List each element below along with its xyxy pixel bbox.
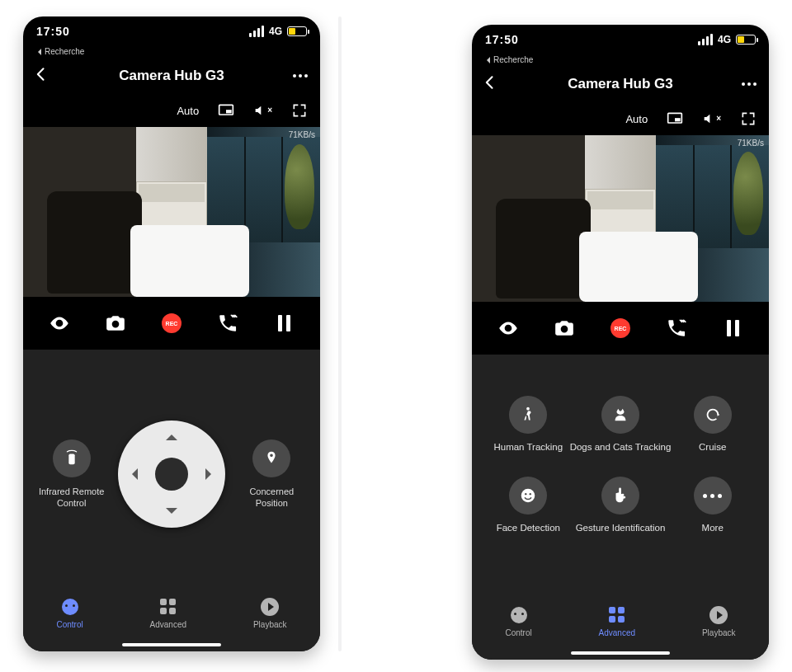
pause-button[interactable] — [717, 313, 748, 344]
rec-badge: REC — [162, 313, 182, 333]
video-quality-selector[interactable]: Auto — [177, 105, 199, 117]
phone-icon — [217, 313, 238, 334]
bottom-tab-bar: Control Advanced Playback — [23, 589, 320, 651]
snapshot-button[interactable] — [549, 313, 580, 344]
phone-screenshot-advanced: 17:50 4G Recherche Camera Hub G3 Auto — [472, 25, 769, 660]
video-toolbar: Auto × — [23, 94, 320, 127]
svg-rect-3 — [68, 453, 74, 464]
eye-icon — [49, 313, 70, 334]
gesture-identification-button[interactable]: Gesture Identification — [570, 477, 672, 533]
svg-point-6 — [507, 327, 510, 330]
bitrate-label: 71KB/s — [738, 139, 764, 148]
more-features-button[interactable]: More — [671, 477, 754, 533]
talk-button[interactable] — [212, 308, 243, 339]
page-title: Camera Hub G3 — [502, 76, 739, 92]
tab-control[interactable]: Control — [505, 605, 531, 637]
face-detection-button[interactable]: Face Detection — [487, 477, 570, 533]
concerned-position-button[interactable]: Concerned Position — [234, 439, 309, 510]
pause-button[interactable] — [268, 308, 299, 339]
bottom-tab-bar: Control Advanced Playback — [472, 597, 769, 660]
rec-badge: REC — [610, 318, 630, 338]
talk-button[interactable] — [661, 313, 692, 344]
tab-control-label: Control — [56, 620, 82, 629]
status-bar: 17:50 4G — [23, 16, 320, 46]
advanced-panel: Human Tracking Dogs and Cats Tracking Cr… — [472, 355, 769, 597]
mute-x-icon: × — [267, 106, 272, 115]
more-options-button[interactable] — [739, 82, 759, 86]
svg-point-9 — [525, 493, 526, 495]
cruise-button[interactable]: Cruise — [671, 396, 754, 452]
fullscreen-button[interactable] — [290, 102, 309, 119]
video-quality-selector[interactable]: Auto — [625, 113, 648, 125]
pip-icon — [217, 102, 235, 119]
record-button[interactable]: REC — [156, 308, 187, 339]
tab-advanced[interactable]: Advanced — [599, 605, 635, 637]
nav-bar: Camera Hub G3 — [472, 66, 769, 102]
remote-icon — [63, 449, 81, 468]
chevron-left-icon — [482, 74, 498, 91]
svg-point-2 — [58, 322, 61, 325]
live-video-view[interactable]: 71KB/s — [472, 135, 769, 302]
eye-icon — [497, 317, 519, 339]
fullscreen-button[interactable] — [739, 110, 757, 127]
dpad-up[interactable] — [166, 429, 177, 440]
home-indicator[interactable] — [122, 643, 221, 646]
live-video-view[interactable]: 71KB/s — [23, 127, 320, 297]
fullscreen-icon — [739, 110, 757, 127]
tab-advanced-label: Advanced — [150, 620, 186, 629]
pets-tracking-button[interactable]: Dogs and Cats Tracking — [570, 396, 672, 452]
snapshot-button[interactable] — [100, 308, 131, 339]
record-button[interactable]: REC — [605, 313, 636, 344]
control-tab-icon — [511, 607, 527, 623]
battery-icon — [287, 26, 307, 36]
status-sub-label: Recherche — [472, 54, 769, 66]
advanced-tab-icon — [609, 607, 625, 623]
tab-playback-label: Playback — [702, 628, 736, 637]
mute-button[interactable]: × — [702, 112, 721, 125]
phone-screenshot-control: 17:50 4G Recherche Camera Hub G3 Auto — [23, 16, 320, 651]
tab-playback[interactable]: Playback — [253, 597, 287, 629]
signal-icon — [698, 34, 713, 45]
pip-button[interactable] — [666, 110, 684, 127]
page-title: Camera Hub G3 — [53, 68, 290, 84]
smiley-face-icon — [519, 486, 537, 505]
more-options-button[interactable] — [290, 74, 310, 78]
video-toolbar: Auto × — [472, 102, 769, 135]
privacy-toggle-button[interactable] — [44, 308, 75, 339]
speaker-icon — [253, 104, 266, 117]
dpad-down[interactable] — [166, 508, 177, 519]
camera-icon — [105, 313, 126, 334]
tab-playback-label: Playback — [253, 620, 287, 629]
tab-playback[interactable]: Playback — [702, 605, 736, 637]
svg-rect-5 — [675, 118, 681, 121]
mute-button[interactable]: × — [253, 104, 272, 117]
pip-button[interactable] — [217, 102, 235, 119]
playback-tab-icon — [261, 598, 279, 616]
bitrate-label: 71KB/s — [289, 130, 315, 139]
tab-advanced[interactable]: Advanced — [150, 597, 186, 629]
video-action-row: REC — [472, 302, 769, 355]
human-tracking-button[interactable]: Human Tracking — [487, 396, 570, 452]
tab-control[interactable]: Control — [56, 597, 82, 629]
dpad-right[interactable] — [205, 468, 217, 480]
human-tracking-label: Human Tracking — [493, 442, 563, 452]
dpad-center[interactable] — [155, 458, 188, 491]
back-button[interactable] — [33, 66, 53, 86]
privacy-toggle-button[interactable] — [493, 313, 524, 344]
mute-x-icon: × — [716, 115, 721, 123]
tab-control-label: Control — [505, 628, 531, 637]
pause-icon — [727, 320, 739, 336]
walking-person-icon — [519, 406, 537, 424]
pets-tracking-label: Dogs and Cats Tracking — [570, 442, 672, 452]
more-label: More — [702, 523, 724, 533]
ptz-dpad[interactable] — [118, 421, 225, 528]
svg-point-7 — [526, 407, 530, 411]
status-sub-label: Recherche — [23, 46, 320, 58]
battery-icon — [736, 35, 756, 45]
back-button[interactable] — [482, 74, 502, 94]
status-bar: 17:50 4G — [472, 25, 769, 54]
dpad-left[interactable] — [126, 468, 138, 480]
home-indicator[interactable] — [571, 651, 670, 655]
infrared-remote-button[interactable]: Infrared Remote Control — [35, 439, 109, 510]
fullscreen-icon — [290, 102, 309, 119]
